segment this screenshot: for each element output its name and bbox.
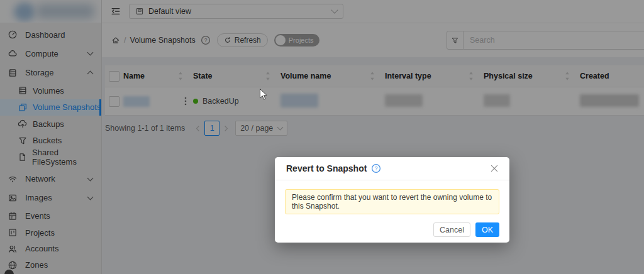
modal-header: Revert to Snapshot ?: [275, 157, 509, 180]
close-icon[interactable]: [489, 163, 499, 173]
cancel-button[interactable]: Cancel: [433, 222, 470, 237]
modal-body: Please confirm that you want to revert t…: [275, 180, 509, 214]
ok-button[interactable]: OK: [475, 222, 499, 237]
modal-footer: Cancel OK: [275, 214, 509, 237]
help-icon[interactable]: ?: [371, 163, 381, 173]
modal-title: Revert to Snapshot: [286, 163, 367, 173]
svg-text:?: ?: [375, 165, 378, 172]
warning-alert: Please confirm that you want to revert t…: [285, 189, 499, 214]
revert-snapshot-modal: Revert to Snapshot ? Please confirm that…: [275, 157, 509, 243]
app-root: Dashboard Compute Storage Volumes Volume…: [0, 0, 644, 274]
